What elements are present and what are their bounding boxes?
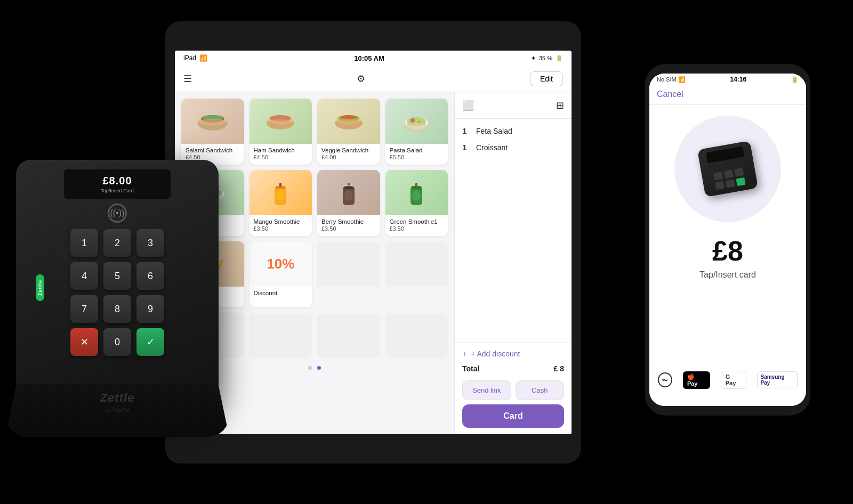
iphone-status-left: No SIM 📶 [657, 76, 686, 83]
small-reader-device [697, 141, 758, 197]
send-link-button[interactable]: Send link [462, 380, 511, 400]
empty-slot-4 [250, 313, 312, 358]
product-card-mango-smoothie[interactable]: Mango Smoothie £3.50 [250, 170, 312, 236]
svg-point-4 [198, 119, 228, 127]
reader-small-screen [706, 146, 744, 163]
product-image-discount: 10% [250, 241, 312, 287]
product-name-salami: Salami Sandwich [186, 147, 240, 153]
key-5[interactable]: 5 [103, 262, 131, 290]
key-6[interactable]: 6 [136, 262, 164, 290]
payment-buttons-row: Send link Cash [462, 380, 564, 400]
svg-point-17 [411, 118, 415, 123]
google-pay-icon[interactable]: G Pay [721, 371, 746, 389]
ipad-status-left: iPad 📶 [183, 54, 207, 62]
product-card-berry-smoothie[interactable]: Berry Smoothie £3.50 [317, 170, 380, 236]
reader-illustration [674, 116, 781, 222]
product-price-mango: £3.50 [254, 225, 308, 232]
page-dot-2[interactable] [317, 366, 321, 370]
mini-key-1 [713, 172, 723, 181]
mini-key-2 [724, 170, 734, 179]
product-card-empty-6 [385, 313, 448, 358]
product-card-salami-sandwich[interactable]: Salami Sandwich £4.50 [181, 99, 244, 165]
key-confirm[interactable]: ✓ [136, 328, 164, 356]
apple-pay-icon[interactable]: 🍎 Pay [683, 371, 710, 389]
hamburger-menu-icon[interactable]: ☰ [183, 73, 192, 85]
samsung-pay-icon[interactable]: Samsung Pay [757, 371, 798, 388]
product-card-pasta-salad[interactable]: Pasta Salad £5.50 [385, 99, 448, 165]
product-price-ham: £4.50 [254, 154, 308, 160]
product-name-mango: Mango Smoothie [254, 218, 308, 225]
svg-point-29 [276, 190, 285, 201]
add-discount-label: + Add discount [471, 349, 520, 358]
iphone-status-bar: No SIM 📶 14:16 🔋 [649, 74, 806, 85]
svg-point-8 [267, 119, 294, 127]
key-8[interactable]: 8 [103, 295, 131, 323]
reader-amount: £8.00 [102, 175, 132, 187]
mini-key-3 [734, 168, 744, 177]
key-cancel[interactable]: ✕ [70, 328, 98, 356]
product-card-empty-5 [317, 313, 380, 358]
edit-button[interactable]: Edit [530, 71, 563, 86]
payment-methods-row: 🍎 Pay G Pay Samsung Pay [658, 362, 798, 397]
svg-point-33 [344, 190, 353, 201]
svg-point-37 [412, 190, 421, 201]
nfc-payment-icon[interactable] [658, 372, 672, 387]
order-item-feta[interactable]: 1 Feta Salad [462, 126, 564, 135]
key-1[interactable]: 1 [70, 229, 98, 257]
empty-slot-1 [317, 241, 380, 287]
product-card-green-smoothie[interactable]: Green Smoothie1 £3.50 [385, 170, 448, 236]
product-name-berry: Berry Smoothie [321, 218, 376, 225]
order-item-name-feta: Feta Salad [476, 127, 512, 135]
product-card-empty-4 [250, 313, 312, 358]
svg-rect-36 [415, 183, 417, 187]
cash-button[interactable]: Cash [516, 380, 565, 400]
reader-screen: £8.00 Tap/Insert Card [64, 169, 171, 199]
svg-point-19 [404, 123, 429, 129]
key-3[interactable]: 3 [136, 229, 164, 257]
product-name-discount: Discount [254, 290, 308, 296]
discount-percentage: 10% [267, 256, 294, 272]
wifi-icon: 📶 [199, 54, 207, 62]
ipad-time: 10:05 AM [354, 54, 384, 62]
product-price-berry: £3.50 [321, 225, 376, 232]
ipad-nav-bar: ☰ ⚙ Edit [175, 66, 572, 92]
key-4[interactable]: 4 [70, 262, 98, 290]
keypad: 1 2 3 4 5 6 7 8 9 ✕ 0 ✓ [70, 229, 164, 356]
key-0[interactable]: 0 [103, 328, 131, 356]
google-pay-label: G Pay [726, 373, 736, 386]
add-discount-button[interactable]: + + Add discount [462, 349, 564, 358]
product-card-discount[interactable]: 10% Discount [250, 241, 312, 307]
card-button[interactable]: Card [462, 404, 564, 428]
total-label: Total [462, 364, 479, 373]
page-dot-1[interactable] [308, 366, 312, 370]
order-qty-feta: 1 [462, 126, 471, 135]
order-item-name-croissant: Croissant [476, 143, 508, 152]
product-card-veggie-sandwich[interactable]: Veggie Sandwich £4.00 [317, 99, 380, 165]
mini-key-5 [726, 179, 735, 188]
order-item-croissant[interactable]: 1 Croissant [462, 143, 564, 152]
filter-icon[interactable]: ⚙ [357, 73, 365, 85]
iphone-screen: No SIM 📶 14:16 🔋 Cancel [649, 74, 806, 406]
cancel-button[interactable]: Cancel [657, 90, 683, 99]
ipad-model-label: iPad [183, 54, 196, 62]
product-name-pasta: Pasta Salad [390, 147, 444, 153]
barcode-scan-icon[interactable]: ⬜ [462, 100, 474, 111]
key-2[interactable]: 2 [103, 229, 131, 257]
no-sim-label: No SIM [657, 76, 677, 83]
samsung-pay-label: Samsung Pay [761, 374, 785, 386]
key-7[interactable]: 7 [70, 295, 98, 323]
iphone-time: 14:16 [730, 76, 747, 83]
product-card-ham-sandwich[interactable]: Ham Sandwich £4.50 [250, 99, 312, 165]
empty-slot-6 [385, 313, 448, 358]
svg-point-12 [340, 115, 357, 119]
zettle-badge: Zettle [36, 274, 44, 301]
product-image-berry [317, 170, 380, 215]
product-price-pasta: £5.50 [390, 154, 444, 160]
product-image-veggie [317, 99, 380, 144]
grid-icon[interactable]: ⊞ [556, 100, 564, 111]
key-9[interactable]: 9 [136, 295, 164, 323]
svg-rect-28 [279, 183, 281, 187]
iphone-nav: Cancel [649, 85, 806, 105]
brand-text: Zettle [100, 391, 135, 405]
order-qty-croissant: 1 [462, 143, 471, 152]
